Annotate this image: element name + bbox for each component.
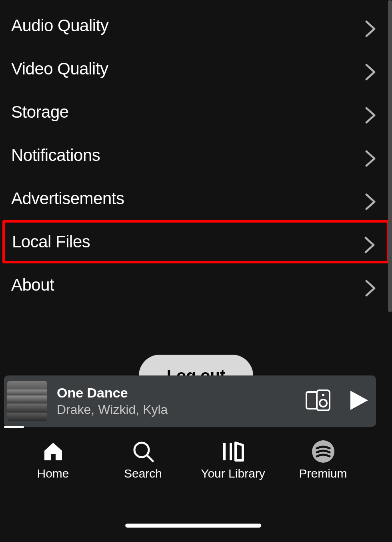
svg-point-2: [322, 394, 324, 396]
nav-label: Premium: [299, 467, 347, 480]
nav-search[interactable]: Search: [107, 440, 179, 480]
scrollbar[interactable]: [388, 0, 392, 312]
settings-item-label: About: [11, 275, 54, 295]
settings-item-label: Storage: [11, 102, 69, 122]
search-icon: [132, 440, 154, 463]
settings-item-audio-quality[interactable]: Audio Quality: [0, 4, 392, 47]
nav-home[interactable]: Home: [17, 440, 89, 480]
settings-item-storage[interactable]: Storage: [0, 90, 392, 134]
settings-item-video-quality[interactable]: Video Quality: [0, 47, 392, 90]
settings-item-label: Audio Quality: [11, 16, 108, 35]
chevron-right-icon: [365, 20, 376, 31]
svg-marker-4: [350, 391, 368, 410]
settings-item-label: Advertisements: [11, 189, 124, 208]
chevron-right-icon: [365, 63, 376, 74]
track-artist: Drake, Wizkid, Kyla: [57, 402, 306, 417]
nav-premium[interactable]: Premium: [287, 440, 359, 480]
devices-icon[interactable]: [306, 389, 331, 413]
playback-progress: [4, 426, 24, 428]
settings-item-notifications[interactable]: Notifications: [0, 134, 392, 177]
nav-your-library[interactable]: Your Library: [197, 440, 269, 480]
track-info: One Dance Drake, Wizkid, Kyla: [57, 385, 306, 417]
track-title: One Dance: [57, 385, 306, 401]
now-playing-bar[interactable]: One Dance Drake, Wizkid, Kyla: [4, 375, 376, 427]
premium-icon: [312, 440, 334, 463]
home-icon: [43, 440, 64, 463]
svg-line-6: [147, 456, 153, 461]
settings-item-label: Video Quality: [11, 59, 108, 78]
home-indicator[interactable]: [125, 524, 261, 528]
chevron-right-icon: [365, 279, 376, 291]
settings-item-label: Notifications: [11, 146, 100, 165]
chevron-right-icon: [364, 236, 375, 247]
now-playing-controls: [306, 389, 368, 413]
chevron-right-icon: [365, 106, 376, 118]
nav-label: Search: [124, 467, 162, 480]
chevron-right-icon: [365, 150, 376, 161]
nav-label: Your Library: [201, 467, 265, 480]
nav-label: Home: [37, 467, 69, 480]
your-library-icon: [222, 440, 244, 463]
settings-list: Audio QualityVideo QualityStorageNotific…: [0, 0, 392, 307]
settings-item-label: Local Files: [12, 232, 90, 251]
bottom-nav: HomeSearchYour LibraryPremium: [0, 436, 376, 480]
settings-item-advertisements[interactable]: Advertisements: [0, 177, 392, 220]
settings-item-about[interactable]: About: [0, 263, 392, 307]
settings-item-local-files[interactable]: Local Files: [2, 220, 390, 263]
album-art: [7, 381, 47, 421]
play-icon[interactable]: [350, 391, 368, 412]
chevron-right-icon: [365, 193, 376, 204]
